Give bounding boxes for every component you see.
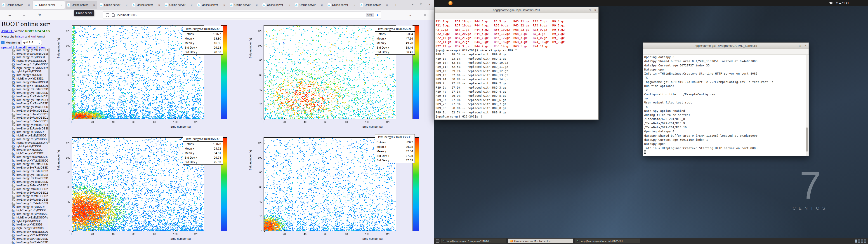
taskbar-window-button[interactable]: npg@carme-gsi:/TapeData/G22-201 bbox=[575, 239, 640, 243]
tree-item[interactable]: highEnergyExEyDSSDPair1 bbox=[0, 66, 48, 70]
overflow-menu-button[interactable]: » bbox=[407, 12, 413, 18]
tree-item[interactable]: lowEnergyEyRate1sDSSD0 bbox=[0, 48, 48, 52]
stats-box[interactable]: lowEnergyXYTotalDSSD3 Entries8327 Mean x… bbox=[375, 134, 415, 163]
tree-item[interactable]: lowEnergyExXRateDSSD2 bbox=[0, 162, 48, 166]
zoom-level-badge[interactable]: 90% bbox=[366, 13, 374, 17]
tree-item[interactable]: lowEnergyExTotalDSSD2 bbox=[0, 187, 48, 191]
browser-tab[interactable]: Online server × bbox=[131, 1, 162, 9]
stats-box[interactable]: lowEnergyXYTotalDSSD2 Entries15073 Mean … bbox=[183, 136, 223, 165]
workspace-cell[interactable] bbox=[858, 240, 860, 243]
tree-item[interactable]: lowEnergyExXRate1sDSSD2 bbox=[0, 170, 48, 173]
panel-menu[interactable] bbox=[434, 0, 440, 6]
tree-item[interactable]: xyMultiplicityDSSD3 bbox=[0, 219, 48, 223]
tree-item[interactable]: lowEnergyXYDSSD3 bbox=[0, 223, 48, 226]
taskbar-window-button[interactable]: Online server — Mozilla Firefox bbox=[508, 239, 573, 243]
url-bar[interactable]: localhost :8085 90% ★ bbox=[103, 11, 381, 19]
terminal-scrollbar[interactable] bbox=[806, 55, 808, 156]
tab-close-icon[interactable]: × bbox=[190, 3, 193, 7]
tab-close-icon[interactable]: × bbox=[288, 3, 291, 7]
sidebar-scrollbar-thumb[interactable] bbox=[48, 48, 50, 143]
browser-tab[interactable]: Online server × bbox=[228, 1, 260, 9]
tree-item[interactable]: xyMultiplicityDSSD1 bbox=[0, 70, 48, 73]
tree-item[interactable]: xyMultiplicityDSSD2 bbox=[0, 145, 48, 148]
tree-item[interactable]: lowEnergyEyYRateDSSD1 bbox=[0, 91, 48, 95]
browser-tab[interactable]: Online server × bbox=[98, 1, 130, 9]
window-close-button[interactable]: × bbox=[427, 3, 433, 7]
monitoring-checkbox[interactable]: ✓ bbox=[1, 41, 4, 44]
tree-item[interactable]: lowEnergyXYRateDSSD1 bbox=[0, 81, 48, 84]
tree-item[interactable]: lowEnergyExEyDSSD3 bbox=[0, 205, 48, 209]
tab-close-icon[interactable]: × bbox=[320, 3, 323, 7]
tab-close-icon[interactable]: × bbox=[255, 3, 258, 7]
workspace-cell[interactable] bbox=[861, 240, 863, 243]
panel-clock[interactable]: Tue 01:21 bbox=[836, 2, 849, 5]
tree-item[interactable]: lowEnergyEyTotalDSSD1 bbox=[0, 109, 48, 113]
tree-item[interactable]: lowEnergyEyYRate1sDSSD2 bbox=[0, 173, 48, 177]
tree-item[interactable]: lowEnergyExRate1sDSSD2 bbox=[0, 202, 48, 205]
back-button[interactable]: ← bbox=[6, 12, 13, 18]
reload-button[interactable]: ↻ bbox=[36, 12, 43, 18]
tab-close-icon[interactable]: × bbox=[353, 3, 356, 7]
tree-item[interactable]: lowEnergyExEyPairDSSD1 bbox=[0, 63, 48, 66]
tree-item[interactable]: lowEnergyEyRateDSSD1 bbox=[0, 116, 48, 120]
tree-item[interactable]: lowEnergyXYDSSD2 bbox=[0, 148, 48, 152]
terminal-window-tapedata[interactable]: npg@carme-gsi:/TapeData/G22-201 − □ × R2… bbox=[434, 7, 598, 120]
tab-close-icon[interactable]: × bbox=[158, 3, 161, 7]
jsroot-link[interactable]: JSROOT bbox=[1, 29, 14, 33]
browser-tab[interactable]: Online server × bbox=[33, 1, 65, 9]
tree-item[interactable]: highEnergyExEyDSSD1 bbox=[0, 59, 48, 63]
terminal-output[interactable]: Opening dataspy 0dataSpy Shared buffer a… bbox=[644, 55, 806, 156]
tree-item[interactable]: lowEnergyExRate1sDSSD0 bbox=[0, 52, 48, 56]
tree-item[interactable]: lowEnergyXYDSSD1 bbox=[0, 73, 48, 77]
window-maximize-button[interactable]: □ bbox=[418, 3, 424, 7]
tree-item[interactable]: lowEnergyExRateDSSD1 bbox=[0, 120, 48, 123]
tree-item[interactable]: highEnergyExEyDSSDPair2 bbox=[0, 141, 48, 145]
tree-item[interactable]: lowEnergyEyRateDSSD2 bbox=[0, 191, 48, 194]
tree-item[interactable]: highEnergyXYDSSD2 bbox=[0, 152, 48, 155]
tree-item[interactable]: lowEnergyExRateDSSD2 bbox=[0, 194, 48, 198]
bookmark-star-icon[interactable]: ★ bbox=[376, 13, 379, 17]
panel-menu[interactable] bbox=[440, 0, 447, 6]
tree-item[interactable]: lowEnergyExXRateDSSD1 bbox=[0, 87, 48, 91]
window-minimize-button[interactable]: − bbox=[410, 3, 415, 7]
firefox-launcher-icon[interactable] bbox=[448, 1, 453, 5]
terminal-scrollbar-thumb[interactable] bbox=[806, 127, 808, 152]
tree-item[interactable]: lowEnergyExEyPairDSSD3 bbox=[0, 212, 48, 216]
tab-close-icon[interactable]: × bbox=[385, 3, 389, 7]
tab-close-icon[interactable]: × bbox=[27, 3, 31, 7]
terminal-close-button[interactable]: × bbox=[594, 8, 597, 12]
taskbar-window-button[interactable]: npg@carme-gsi:~/Programs/CARME... bbox=[441, 239, 506, 243]
browser-tab[interactable]: Online server × bbox=[163, 1, 195, 9]
tree-item[interactable]: lowEnergyEyRate1sDSSD2 bbox=[0, 198, 48, 202]
shield-icon[interactable] bbox=[106, 13, 109, 17]
tree-item[interactable]: highEnergyExEyDSSDPair3 bbox=[0, 216, 48, 219]
terminal-minimize-button[interactable]: − bbox=[583, 8, 586, 12]
tree-item[interactable]: lowEnergyExXTotalDSSD1 bbox=[0, 102, 48, 105]
json-link[interactable]: json bbox=[19, 35, 24, 38]
tab-close-icon[interactable]: × bbox=[125, 3, 128, 7]
hamburger-menu-button[interactable]: ≡ bbox=[422, 12, 428, 18]
tab-close-icon[interactable]: × bbox=[92, 3, 96, 7]
tab-close-icon[interactable]: × bbox=[223, 3, 226, 7]
stats-box[interactable]: lowEnergyXYTotalDSSD0 Entries10377 Mean … bbox=[183, 26, 223, 55]
tree-item[interactable]: lowEnergyEyYTotalDSSD2 bbox=[0, 180, 48, 184]
volume-icon[interactable] bbox=[829, 1, 833, 5]
sidebar-scrollbar[interactable] bbox=[48, 48, 50, 244]
tab-close-icon[interactable]: × bbox=[60, 3, 63, 7]
terminal-titlebar[interactable]: npg@carme-gsi:~/Programs/CARME_Sort/buil… bbox=[643, 43, 809, 49]
tree-item[interactable]: highEnergyExEyDSSD3 bbox=[0, 209, 48, 212]
tree-item[interactable]: lowEnergyExRate1sDSSD1 bbox=[0, 127, 48, 130]
stats-box[interactable]: lowEnergyXYTotalDSSD1 Entries5304 Mean x… bbox=[375, 26, 415, 55]
tree-item[interactable]: lowEnergyXYTotalDSSD1 bbox=[0, 84, 48, 88]
tree-item[interactable]: highEnergyExEyDSSD2 bbox=[0, 134, 48, 138]
grid-layout-select[interactable]: grid 2x2⌄ bbox=[22, 40, 42, 45]
page-info-icon[interactable] bbox=[112, 13, 115, 17]
tree-item[interactable]: lowEnergyExEyPairDSSD2 bbox=[0, 138, 48, 141]
tree-item[interactable]: lowEnergyXYTotalDSSD3 bbox=[0, 234, 48, 237]
tree-item[interactable]: lowEnergyEyYRateDSSD2 bbox=[0, 166, 48, 170]
tree-item[interactable]: lowEnergyExXRateDSSD3 bbox=[0, 237, 48, 241]
tree-item[interactable]: highEnergyXYDSSD3 bbox=[0, 226, 48, 230]
browser-tab[interactable]: Online server × bbox=[0, 1, 32, 9]
terminal-maximize-button[interactable]: □ bbox=[588, 8, 591, 12]
xml-link[interactable]: xml bbox=[31, 35, 36, 38]
